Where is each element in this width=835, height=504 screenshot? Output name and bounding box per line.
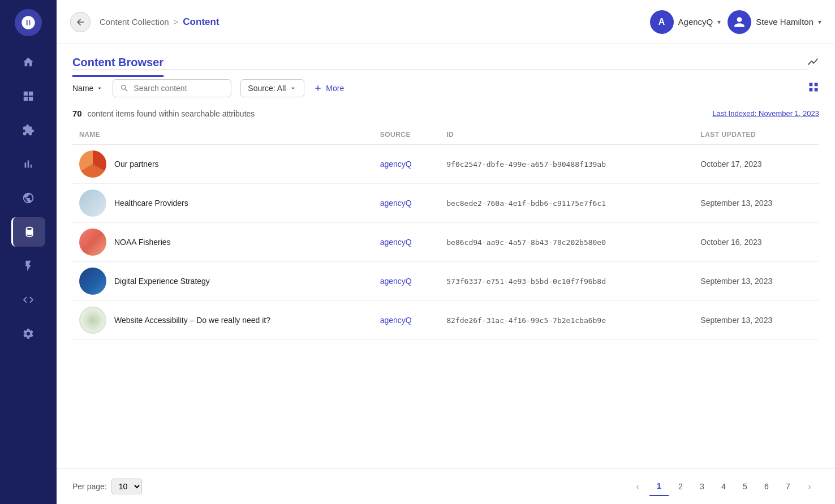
agency-name: AgencyQ (678, 17, 713, 27)
user-chevron-icon: ▾ (818, 18, 821, 26)
next-page-button[interactable]: › (800, 477, 819, 496)
grid-view-button[interactable] (808, 81, 819, 95)
page-2-button[interactable]: 2 (671, 477, 690, 496)
result-text: content items found within searchable at… (88, 109, 255, 118)
result-summary: 70 content items found within searchable… (57, 106, 835, 125)
table-row: NOAA Fisheries agencyQ be86cd94-aa9c-4a5… (72, 223, 819, 262)
name-cell-2: NOAA Fisheries (72, 223, 373, 262)
col-id: ID (440, 125, 694, 145)
source-cell-1: agencyQ (373, 184, 440, 223)
id-cell-4: 82fde26f-31ac-4f16-99c5-7b2e1cba6b9e (440, 301, 694, 340)
agency-avatar: A (650, 10, 674, 34)
updated-cell-1: September 13, 2023 (694, 184, 819, 223)
search-box[interactable] (113, 79, 231, 97)
breadcrumb-separator: > (174, 17, 179, 27)
page-7-button[interactable]: 7 (778, 477, 798, 496)
sidebar-item-home[interactable] (11, 48, 45, 77)
sidebar-item-analytics[interactable] (11, 149, 45, 179)
chart-view-button[interactable] (807, 55, 819, 70)
source-link-1[interactable]: agencyQ (380, 199, 412, 208)
table-row: Our partners agencyQ 9f0c2547-dbfe-499e-… (72, 145, 819, 184)
id-cell-2: be86cd94-aa9c-4a57-8b43-70c202b580e0 (440, 223, 694, 262)
item-name-3[interactable]: Digital Experience Strategy (114, 277, 210, 286)
item-name-0[interactable]: Our partners (114, 160, 159, 169)
item-name-2[interactable]: NOAA Fisheries (114, 238, 171, 247)
more-label: More (326, 84, 344, 93)
source-chevron-icon (289, 84, 297, 92)
source-link-2[interactable]: agencyQ (380, 238, 412, 247)
search-input[interactable] (134, 84, 224, 93)
page-numbers: ‹ 1 2 3 4 5 6 7 › (628, 477, 819, 496)
id-cell-1: bec8ede2-760a-4e1f-bdb6-c91175e7f6c1 (440, 184, 694, 223)
pagination-bar: Per page: 10 25 50 ‹ 1 2 3 4 5 6 7 › (57, 468, 835, 504)
search-icon (120, 84, 129, 93)
sidebar-item-data[interactable] (11, 217, 45, 247)
name-cell-4: Website Accessibility – Do we really nee… (72, 301, 373, 340)
id-cell-0: 9f0c2547-dbfe-499e-a657-b90488f139ab (440, 145, 694, 184)
item-thumbnail-2 (79, 229, 106, 256)
item-thumbnail-0 (79, 150, 106, 178)
name-cell-3: Digital Experience Strategy (72, 262, 373, 301)
updated-cell-4: September 13, 2023 (694, 301, 819, 340)
source-cell-0: agencyQ (373, 145, 440, 184)
name-filter-label: Name (72, 84, 93, 93)
result-count: 70 (72, 109, 82, 118)
browser-header: Content Browser (57, 44, 835, 70)
page-5-button[interactable]: 5 (735, 477, 755, 496)
sidebar-item-connector[interactable] (11, 251, 45, 281)
plus-icon (313, 84, 322, 93)
table-header-row: NAME SOURCE ID LAST UPDATED (72, 125, 819, 145)
breadcrumb-parent: Content Collection (100, 17, 169, 27)
name-filter-button[interactable]: Name (72, 84, 104, 93)
app-logo[interactable] (15, 9, 42, 36)
content-table-container: NAME SOURCE ID LAST UPDATED Our partners… (57, 125, 835, 468)
col-source: SOURCE (373, 125, 440, 145)
page-1-button[interactable]: 1 (649, 477, 669, 496)
item-thumbnail-3 (79, 268, 106, 295)
source-filter-label: Source: All (248, 84, 286, 93)
per-page-control: Per page: 10 25 50 (72, 479, 142, 494)
page-3-button[interactable]: 3 (692, 477, 712, 496)
source-link-3[interactable]: agencyQ (380, 277, 412, 286)
browser-title-wrap: Content Browser (72, 56, 807, 70)
main-wrapper: Content Collection > Content A AgencyQ ▾… (57, 0, 835, 504)
sidebar (0, 0, 57, 504)
page-6-button[interactable]: 6 (757, 477, 776, 496)
sidebar-item-globe[interactable] (11, 183, 45, 213)
back-button[interactable] (70, 12, 91, 32)
table-row: Digital Experience Strategy agencyQ 573f… (72, 262, 819, 301)
source-link-0[interactable]: agencyQ (380, 160, 412, 169)
user-menu[interactable]: Steve Hamilton ▾ (728, 10, 821, 34)
updated-cell-0: October 17, 2023 (694, 145, 819, 184)
page-4-button[interactable]: 4 (714, 477, 733, 496)
id-cell-3: 573f6337-e751-4e93-b5bd-0c10f7f96b8d (440, 262, 694, 301)
topbar-right: A AgencyQ ▾ Steve Hamilton ▾ (650, 10, 821, 34)
breadcrumb: Content Collection > Content (100, 16, 219, 28)
agency-selector[interactable]: A AgencyQ ▾ (650, 10, 721, 34)
breadcrumb-current: Content (183, 16, 219, 28)
content-area: Content Browser Name Source: All Mor (57, 44, 835, 504)
item-thumbnail-1 (79, 189, 106, 217)
last-indexed-link[interactable]: Last Indexed: November 1, 2023 (712, 109, 819, 118)
source-filter-button[interactable]: Source: All (240, 79, 304, 97)
per-page-select[interactable]: 10 25 50 (111, 479, 142, 494)
sidebar-item-dashboard[interactable] (11, 81, 45, 111)
sidebar-item-settings[interactable] (11, 319, 45, 348)
source-cell-2: agencyQ (373, 223, 440, 262)
prev-page-button[interactable]: ‹ (628, 477, 647, 496)
updated-cell-2: October 16, 2023 (694, 223, 819, 262)
sidebar-item-code[interactable] (11, 285, 45, 315)
item-thumbnail-4 (79, 307, 106, 334)
col-name: NAME (72, 125, 373, 145)
table-row: Website Accessibility – Do we really nee… (72, 301, 819, 340)
source-link-4[interactable]: agencyQ (380, 316, 412, 325)
sidebar-item-plugins[interactable] (11, 115, 45, 145)
user-avatar (728, 10, 751, 34)
item-name-1[interactable]: Healthcare Providers (114, 199, 188, 208)
topbar: Content Collection > Content A AgencyQ ▾… (57, 0, 835, 44)
toolbar: Name Source: All More (57, 70, 835, 106)
table-row: Healthcare Providers agencyQ bec8ede2-76… (72, 184, 819, 223)
more-filters-button[interactable]: More (313, 84, 344, 93)
item-name-4[interactable]: Website Accessibility – Do we really nee… (114, 316, 270, 325)
updated-cell-3: September 13, 2023 (694, 262, 819, 301)
